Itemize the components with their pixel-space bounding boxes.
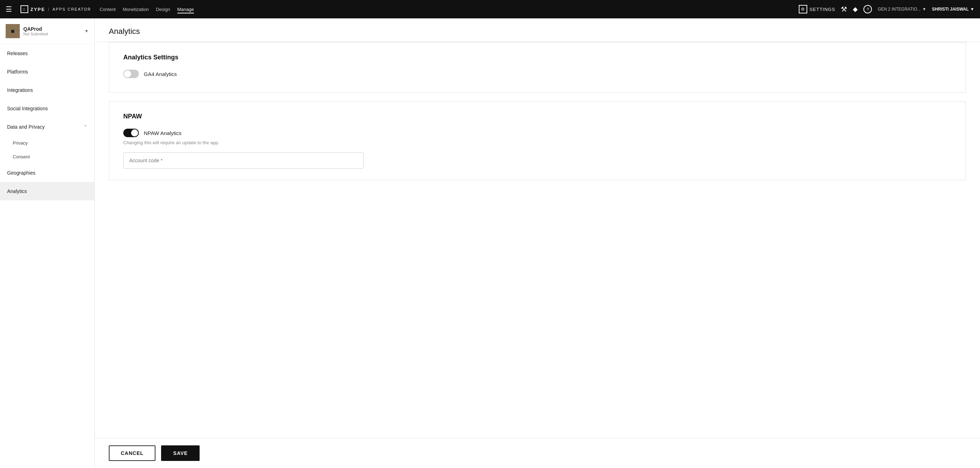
user-name: SHRISTI JAISWAL [932, 7, 969, 12]
ga4-toggle-thumb [124, 70, 131, 77]
hamburger-menu-icon[interactable]: ☰ [6, 5, 12, 13]
sidebar-item-data-privacy-label: Data and Privacy [7, 124, 45, 130]
account-code-input[interactable] [123, 152, 364, 169]
sidebar-item-releases-label: Releases [7, 51, 27, 56]
page-title: Analytics [109, 27, 966, 36]
diamond-icon[interactable]: ◆ [853, 5, 858, 13]
settings-button[interactable]: ⚙ SETTINGS [799, 5, 835, 13]
sidebar-item-integrations[interactable]: Integrations [0, 81, 94, 99]
footer-bar: CANCEL SAVE [95, 438, 980, 468]
nav-content[interactable]: Content [100, 5, 116, 13]
chevron-down-icon: ▼ [922, 7, 926, 12]
top-navigation: ☰ □ ZYPE | APPS CREATOR Content Monetiza… [0, 0, 980, 18]
sidebar-item-geographies[interactable]: Geographies [0, 164, 94, 182]
user-menu[interactable]: SHRISTI JAISWAL ▼ [932, 7, 974, 12]
nav-design[interactable]: Design [156, 5, 170, 13]
nav-manage[interactable]: Manage [177, 5, 194, 13]
app-thumbnail: ■ [6, 24, 20, 38]
npaw-toggle[interactable] [123, 129, 139, 137]
app-info: QAProd Not Submitted [23, 26, 81, 36]
npaw-toggle-hint: Changing this will require an update to … [123, 140, 951, 145]
logo-text: ZYPE [30, 7, 45, 12]
gen2-label: GEN 2 INTEGRATIO... [878, 7, 921, 12]
npaw-section: NPAW NPAW Analytics Changing this will r… [109, 101, 966, 180]
app-switcher[interactable]: ■ QAProd Not Submitted ▼ [0, 18, 94, 44]
ga4-label: GA4 Analytics [144, 71, 177, 77]
sidebar-item-platforms-label: Platforms [7, 69, 28, 75]
data-privacy-chevron-icon: ⌃ [84, 125, 87, 129]
app-status: Not Submitted [23, 32, 81, 36]
save-button[interactable]: SAVE [161, 446, 200, 461]
sidebar-item-geographies-label: Geographies [7, 170, 35, 176]
sidebar-item-privacy[interactable]: Privacy [0, 136, 94, 150]
main-nav-links: Content Monetization Design Manage [100, 5, 790, 13]
nav-monetization[interactable]: Monetization [123, 5, 149, 13]
npaw-toggle-row: NPAW Analytics [123, 129, 951, 137]
npaw-toggle-label: NPAW Analytics [144, 130, 181, 136]
sidebar-item-consent[interactable]: Consent [0, 150, 94, 164]
sidebar-item-data-privacy[interactable]: Data and Privacy ⌃ [0, 118, 94, 136]
app-name: QAProd [23, 26, 81, 32]
settings-icon: ⚙ [799, 5, 807, 13]
ga4-toggle-row: GA4 Analytics [123, 70, 951, 78]
app-logo: □ ZYPE | APPS CREATOR [21, 5, 91, 13]
user-chevron-icon: ▼ [970, 7, 974, 12]
sidebar-item-analytics-label: Analytics [7, 188, 27, 194]
npaw-title: NPAW [123, 113, 951, 120]
gen2-dropdown[interactable]: GEN 2 INTEGRATIO... ▼ [878, 7, 926, 12]
logo-subtitle: APPS CREATOR [52, 7, 91, 11]
cancel-button[interactable]: CANCEL [109, 446, 156, 461]
sidebar-item-consent-label: Consent [13, 154, 30, 160]
sidebar: ■ QAProd Not Submitted ▼ Releases Platfo… [0, 18, 95, 468]
analytics-settings-section: Analytics Settings GA4 Analytics [109, 42, 966, 93]
main-content: Analytics Analytics Settings GA4 Analyti… [95, 18, 980, 468]
analytics-settings-title: Analytics Settings [123, 54, 951, 61]
sidebar-item-platforms[interactable]: Platforms [0, 62, 94, 81]
sidebar-item-privacy-label: Privacy [13, 141, 28, 145]
sidebar-item-social-integrations[interactable]: Social Integrations [0, 99, 94, 118]
help-icon[interactable]: ? [864, 5, 872, 13]
logo-box: □ [21, 5, 28, 13]
content-area: Analytics Settings GA4 Analytics NPAW NP… [95, 42, 980, 195]
sidebar-item-releases[interactable]: Releases [0, 44, 94, 62]
page-header: Analytics [95, 18, 980, 42]
sidebar-item-integrations-label: Integrations [7, 87, 33, 93]
ga4-toggle[interactable] [123, 70, 139, 78]
sidebar-item-analytics[interactable]: Analytics [0, 182, 94, 200]
account-code-field-row [123, 152, 951, 169]
npaw-toggle-thumb [131, 129, 138, 136]
sidebar-item-social-integrations-label: Social Integrations [7, 106, 48, 111]
app-chevron-icon: ▼ [84, 29, 89, 34]
code-icon[interactable]: ⚒ [841, 5, 847, 13]
settings-label: SETTINGS [809, 7, 835, 12]
topnav-right: ⚙ SETTINGS ⚒ ◆ ? GEN 2 INTEGRATIO... ▼ S… [799, 5, 974, 13]
